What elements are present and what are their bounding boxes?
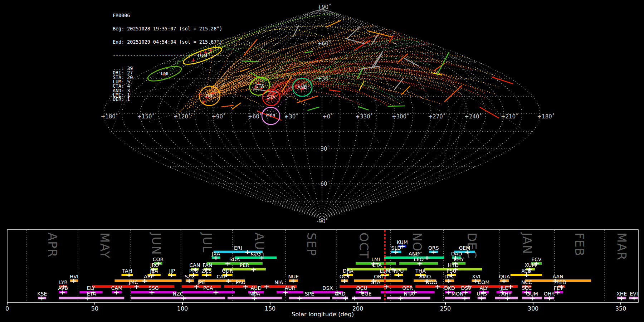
month-label-MAY: MAY [98,233,112,259]
lat-label: -60˚ [318,181,330,187]
shower-label-HVI: HVI [70,274,78,279]
meteor-streak [297,96,318,103]
shower-label-PAU: PAU [236,279,245,285]
shower-label-EGE: EGE [361,291,372,297]
shower-label-NZC: NZC [173,291,184,297]
sky-map-and-timeline-canvas: +180˚+150˚+120˚+90˚+60˚+30˚+0˚+330˚+300˚… [0,0,644,322]
shower-label-MON: MON [452,291,464,297]
lat-label: +60˚ [317,40,331,47]
shower-label-URS: URS [477,291,487,297]
sporadic-trail [439,99,464,179]
lon-label: +30˚ [284,113,298,120]
sporadic-trail [0,20,116,45]
shower-label-NTA: NTA [404,291,414,297]
shower-label-FEV: FEV [554,285,564,291]
month-label-FEB: FEB [572,233,586,257]
shower-label-KSE: KSE [37,291,47,297]
shower-label-SSG: SSG [148,285,159,291]
shower-label-LMI: LMI [371,257,380,262]
shower-label-KCG: KCG [250,251,261,257]
shower-bar-ARI [114,279,181,282]
shower-label-RPU: RPU [394,268,404,274]
month-label-MAR: MAR [615,233,629,260]
sporadic-trail [454,91,470,164]
shower-label-ORS: ORS [428,245,439,251]
lon-label: +120˚ [174,113,191,120]
meteor-trail [209,24,508,97]
x-axis-tick-label: 100 [177,305,188,312]
meteor-streak [387,106,405,106]
meteor-streak [468,43,491,49]
shower-label-DSX: DSX [322,285,333,291]
shower-label-JPE: JPE [197,279,205,285]
shower-label-LYR: LYR [59,279,68,285]
shower-label-NIA: NIA [274,279,283,285]
sporadic-trail [455,4,465,59]
row-plum: KSEETANZCNDASPEARDEGENTAMONURSAHYGUMOHYX… [37,291,638,300]
meteor-trail [209,13,416,54]
shower-label-DSV: DSV [461,285,472,291]
shower-label-SZC: SZC [185,274,195,279]
month-label-APR: APR [45,233,59,258]
meteor-streak [358,107,369,110]
shower-label-CTA: CTA [372,262,382,268]
begin-time: Beg: 20251028 19:35:07 (sol = 215.28°) [113,27,228,31]
shower-label-AAN: AAN [553,274,564,279]
radiant-label-AND: AND [297,84,307,90]
shower-count-line: AND: 3 [113,89,228,93]
meteor-streak [492,77,513,84]
shower-label-ARD: ARD [335,291,345,297]
shower-label-JXA: JXA [211,251,220,257]
meteor-streak [308,107,319,111]
radiant-label-OER: OER [266,113,276,118]
radiant-label-STA: STA [267,94,275,100]
shower-label-AHY: AHY [501,291,512,297]
lon-label: +300˚ [392,113,409,120]
shower-label-NOO: NOO [426,279,438,285]
shower-label-EVI: EVI [630,291,638,297]
shower-label-OCT: OCT [340,274,350,279]
shower-label-PSU: PSU [447,268,457,274]
shower-label-XUM: XUM [525,262,536,268]
meteor-trail [272,92,362,106]
lon-label: +270˚ [428,113,446,120]
meteor-streak [455,31,463,46]
sporadic-trail [404,96,462,177]
sporadic-trail [470,30,529,67]
shower-label-QUA: QUA [499,274,510,279]
meteor-streak [329,90,340,91]
shower-bar-JPE [182,285,221,288]
end-time: End: 20251029 04:54:04 (sol = 215.67°) [113,40,228,44]
x-axis-tick-label: 200 [352,305,364,312]
shower-label-JEA: JEA [150,268,158,274]
meteor-streak [490,22,502,28]
shower-bar-SDA [207,262,263,265]
shower-bar-ETA [59,297,124,299]
x-axis-tick-label: 350 [615,305,626,312]
shower-label-XCB: XCB [521,268,531,274]
lon-label: +330˚ [355,113,373,120]
lon-label: +60˚ [248,113,262,120]
meteor-streak [444,85,462,102]
meteor-streak [487,48,498,52]
shower-label-ZCS: ZCS [201,268,211,274]
shower-label-CAP: CAP [216,274,226,279]
shower-label-NCC: NCC [521,279,532,285]
sporadic-trail [465,0,503,58]
shower-label-XVI: XVI [472,274,480,279]
shower-label-JRC: JRC [150,262,158,268]
shower-label-NDA: NDA [249,291,260,297]
shower-label-SPE: SPE [305,291,314,297]
shower-label-AUD: AUD [250,285,262,291]
south-pole-label: -90˚ [317,218,328,225]
lon-label: +180˚ [537,113,555,120]
meteor-streak [482,26,493,27]
shower-count-line: STA: 20 [113,75,228,80]
shower-label-ETA: ETA [87,291,96,297]
north-pole-label: +90˚ [317,4,331,10]
shower-label-ARI: ARI [144,274,152,279]
shower-label-COM: COM [478,279,489,285]
lon-label: +180˚ [101,113,118,120]
shower-bar-JMC [92,285,174,288]
station-id: FR0006 [113,14,228,18]
